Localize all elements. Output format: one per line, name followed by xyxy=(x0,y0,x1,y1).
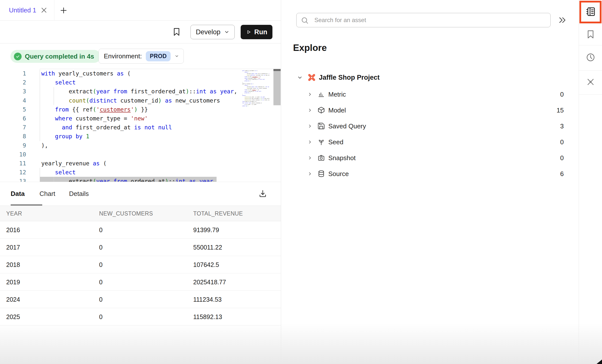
tree-item-source[interactable]: Source6 xyxy=(281,166,579,182)
code-line-6[interactable]: 6 where customer_type = 'new' xyxy=(0,114,281,123)
tree-item-snapshot[interactable]: Snapshot0 xyxy=(281,150,579,166)
tree-item-seed[interactable]: Seed0 xyxy=(281,134,579,150)
tree-item-count: 0 xyxy=(560,150,564,166)
environment-label: Environment: xyxy=(104,52,142,60)
tree-item-label: Metric xyxy=(328,86,346,102)
code-line-13[interactable]: 13 extract(year from ordered_at)::int as… xyxy=(0,177,281,182)
tree-item-label: Snapshot xyxy=(328,150,356,166)
new-tab-icon[interactable] xyxy=(59,6,68,15)
search-input[interactable] xyxy=(296,13,551,27)
code-line-8[interactable]: 8 group by 1 xyxy=(0,132,281,141)
environment-selector[interactable]: Environment: PROD xyxy=(99,49,184,64)
tree-item-model[interactable]: Model15 xyxy=(281,102,579,118)
table-cell: 2019 xyxy=(6,273,20,291)
chevron-right-icon[interactable] xyxy=(307,124,312,129)
tree-item-project[interactable]: Jaffle Shop Project xyxy=(281,71,579,84)
table-cell: 115892.13 xyxy=(193,308,222,326)
code-line-10[interactable]: 10 xyxy=(0,150,281,159)
explore-heading: Explore xyxy=(293,43,327,53)
code-line-12[interactable]: 12 select xyxy=(0,168,281,177)
code-line-2[interactable]: 2 select xyxy=(0,78,281,87)
code-line-3[interactable]: 3 extract(year from first_ordered_at)::i… xyxy=(0,87,281,96)
bookmark-icon[interactable] xyxy=(172,27,181,36)
bookmark-icon xyxy=(586,29,596,40)
close-icon[interactable] xyxy=(40,6,48,14)
editor-minimap[interactable]: with yearly_customers as ( select extrac… xyxy=(242,70,269,115)
table-row[interactable]: 20170550011.22 xyxy=(0,239,281,256)
table-header-row: YEARNEW_CUSTOMERSTOTAL_REVENUE xyxy=(0,206,281,221)
seed-icon xyxy=(317,138,325,146)
right-icon-rail xyxy=(579,0,602,364)
tab-divider xyxy=(54,0,54,21)
editor-panel: Untitled 1 Develop Run Query completed i… xyxy=(0,0,281,364)
line-number: 7 xyxy=(0,123,26,132)
collapse-panel-icon[interactable] xyxy=(558,15,567,25)
tab-untitled[interactable]: Untitled 1 xyxy=(9,0,36,21)
chevron-right-icon[interactable] xyxy=(307,140,312,145)
code-line-9[interactable]: 9), xyxy=(0,141,281,150)
tree-item-count: 0 xyxy=(560,134,564,150)
line-number: 9 xyxy=(0,141,26,150)
line-number: 6 xyxy=(0,114,26,123)
tree-item-count: 0 xyxy=(560,86,564,102)
column-header-year: YEAR xyxy=(6,206,22,221)
tree-item-saved-query[interactable]: Saved Query3 xyxy=(281,118,579,134)
results-tab-data[interactable]: Data xyxy=(11,182,25,206)
tree-item-label: Saved Query xyxy=(328,118,366,134)
run-button[interactable]: Run xyxy=(241,25,272,39)
rail-item-dbt[interactable] xyxy=(579,71,602,95)
table-cell: 91399.79 xyxy=(193,221,219,239)
metric-icon xyxy=(317,90,325,98)
tree-item-count: 3 xyxy=(560,118,564,134)
table-cell: 2025418.77 xyxy=(193,273,226,291)
chevron-down-icon xyxy=(175,54,179,59)
check-icon xyxy=(14,53,22,60)
tree-item-label: Model xyxy=(328,102,346,118)
environment-value-pill: PROD xyxy=(146,51,171,61)
develop-dropdown[interactable]: Develop xyxy=(190,25,235,39)
results-table: YEARNEW_CUSTOMERSTOTAL_REVENUE 201609139… xyxy=(0,206,281,326)
column-header-total_revenue: TOTAL_REVENUE xyxy=(193,206,243,221)
code-line-5[interactable]: 5 from {{ ref('customers') }} xyxy=(0,105,281,114)
table-cell: 2018 xyxy=(6,256,20,273)
table-cell: 2016 xyxy=(6,221,20,239)
table-row[interactable]: 20250115892.13 xyxy=(0,308,281,326)
project-name: Jaffle Shop Project xyxy=(319,71,380,84)
clock-icon xyxy=(586,52,596,63)
table-row[interactable]: 20240111234.53 xyxy=(0,291,281,308)
code-line-4[interactable]: 4 count(distinct customer_id) as new_cus… xyxy=(0,96,281,105)
chevron-right-icon[interactable] xyxy=(307,171,312,176)
save-icon xyxy=(317,122,325,130)
selected-rail-highlight xyxy=(579,1,602,23)
code-line-11[interactable]: 11yearly_revenue as ( xyxy=(0,159,281,168)
results-tab-chart[interactable]: Chart xyxy=(39,182,55,206)
table-cell: 550011.22 xyxy=(193,239,222,256)
table-row[interactable]: 20180107642.5 xyxy=(0,256,281,273)
editor-scrollbar[interactable] xyxy=(273,69,281,105)
chevron-right-icon[interactable] xyxy=(307,92,312,97)
rail-item-bookmarks[interactable] xyxy=(579,24,602,45)
tree-item-metric[interactable]: Metric0 xyxy=(281,86,579,102)
table-cell: 111234.53 xyxy=(193,291,222,308)
rail-item-history[interactable] xyxy=(579,45,602,71)
download-icon[interactable] xyxy=(258,189,267,198)
table-row[interactable]: 201902025418.77 xyxy=(0,273,281,291)
code-line-1[interactable]: 1with yearly_customers as ( xyxy=(0,69,281,78)
line-number: 1 xyxy=(0,69,26,78)
table-row[interactable]: 2016091399.79 xyxy=(0,221,281,239)
rail-item-catalog[interactable] xyxy=(579,0,602,24)
develop-label: Develop xyxy=(196,28,220,36)
query-status-badge: Query completed in 4s xyxy=(10,50,101,63)
results-tab-details[interactable]: Details xyxy=(69,182,89,206)
table-cell: 2025 xyxy=(6,308,20,326)
chevron-right-icon[interactable] xyxy=(307,108,312,113)
sql-code-editor[interactable]: 1with yearly_customers as (2 select3 ext… xyxy=(0,69,281,182)
line-number: 2 xyxy=(0,78,26,87)
chevron-down-icon[interactable] xyxy=(297,75,303,80)
line-number: 8 xyxy=(0,132,26,141)
chevron-right-icon[interactable] xyxy=(307,155,312,160)
snapshot-icon xyxy=(317,154,325,162)
explore-panel: Explore Jaffle Shop Project Metric0Model… xyxy=(281,0,579,364)
tree-item-count: 6 xyxy=(560,166,564,182)
code-line-7[interactable]: 7 and first_ordered_at is not null xyxy=(0,123,281,132)
